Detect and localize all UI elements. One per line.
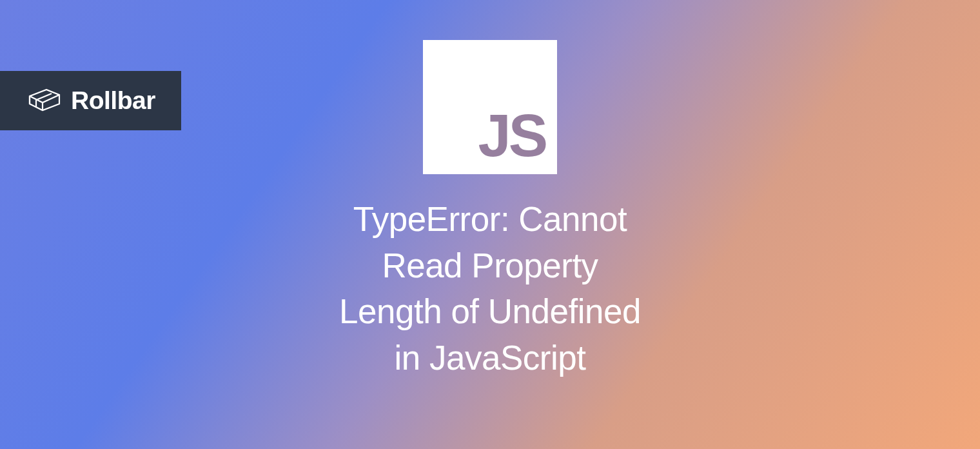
javascript-tile: JS [423, 40, 557, 174]
rollbar-logo-icon [28, 88, 62, 113]
title-line-1: TypeError: Cannot [353, 200, 627, 238]
rollbar-brand-name: Rollbar [71, 86, 155, 115]
article-title: TypeError: Cannot Read Property Length o… [339, 196, 641, 381]
title-line-4: in JavaScript [395, 339, 586, 377]
title-line-2: Read Property [382, 246, 598, 284]
hero-banner: Rollbar JS TypeError: Cannot Read Proper… [0, 0, 980, 449]
javascript-label: JS [478, 106, 545, 165]
title-line-3: Length of Undefined [339, 292, 641, 330]
rollbar-brand-badge: Rollbar [0, 71, 181, 130]
